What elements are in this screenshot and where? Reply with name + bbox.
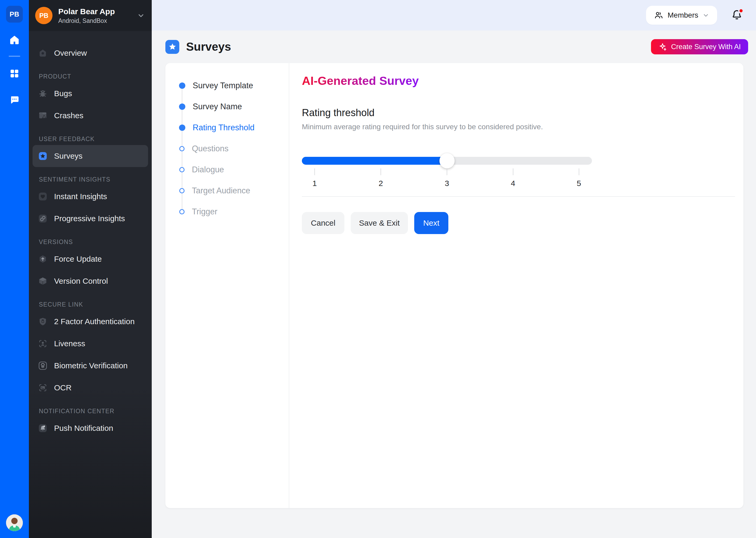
users-icon <box>654 11 663 20</box>
card-scan-icon <box>38 383 48 393</box>
step-survey-name[interactable]: Survey Name <box>165 96 289 117</box>
rating-threshold-description: Minimum average rating required for this… <box>302 123 735 131</box>
sidebar-item-label: Surveys <box>54 152 82 161</box>
topbar: Members <box>152 0 756 30</box>
sidebar-item-liveness[interactable]: Liveness <box>32 333 148 355</box>
save-exit-button[interactable]: Save & Exit <box>351 212 408 234</box>
sidebar-item-bugs[interactable]: Bugs <box>32 82 148 105</box>
main-area: Surveys Create Survey With AI Survey Tem… <box>152 30 756 538</box>
surveys-star-icon <box>38 151 48 161</box>
chevron-down-icon <box>702 12 709 19</box>
sidebar-item-surveys[interactable]: Surveys <box>32 145 148 167</box>
sidebar: PB Polar Bear App Android, SandBox Overv… <box>29 0 152 538</box>
sidebar-item-label: Liveness <box>54 339 85 348</box>
fingerprint-badge-icon <box>38 361 48 371</box>
step-target-audience[interactable]: Target Audience <box>165 180 289 201</box>
section-secure-link: SECURE LINK <box>29 298 152 310</box>
slider-tick: 4 <box>511 165 515 188</box>
sidebar-item-force-update[interactable]: Force Update <box>32 248 148 270</box>
link-badge-icon <box>38 214 48 224</box>
step-trigger[interactable]: Trigger <box>165 201 289 222</box>
sidebar-item-label: Version Control <box>54 277 108 286</box>
section-product: PRODUCT <box>29 71 152 82</box>
step-dot <box>179 103 185 110</box>
step-content: AI-Generated Survey Rating threshold Min… <box>289 63 743 508</box>
rating-threshold-heading: Rating threshold <box>302 107 735 119</box>
sidebar-item-label: OCR <box>54 383 72 392</box>
create-survey-ai-label: Create Survey With AI <box>671 43 741 51</box>
step-dialogue[interactable]: Dialogue <box>165 159 289 180</box>
step-label: Rating Threshold <box>193 123 255 133</box>
wizard-stepper: Survey Template Survey Name Rating Thres… <box>165 63 289 508</box>
survey-title: AI-Generated Survey <box>302 74 419 88</box>
rail-divider <box>9 56 20 57</box>
sidebar-item-progressive-insights[interactable]: Progressive Insights <box>32 207 148 230</box>
notification-dot <box>738 8 744 14</box>
cancel-button[interactable]: Cancel <box>302 212 344 234</box>
page-header: Surveys Create Survey With AI <box>152 30 756 63</box>
app-switcher[interactable]: PB Polar Bear App Android, SandBox <box>29 0 152 31</box>
step-dot <box>179 146 185 151</box>
app-rail: PB <box>0 0 29 538</box>
app-subtitle: Android, SandBox <box>58 17 137 25</box>
sidebar-item-version-control[interactable]: Version Control <box>32 270 148 292</box>
bell-badge-icon <box>38 423 48 433</box>
step-label: Survey Template <box>193 81 253 90</box>
shield-lock-icon <box>38 317 48 327</box>
face-scan-icon <box>38 339 48 349</box>
sidebar-item-push-notification[interactable]: Push Notification <box>32 417 148 439</box>
app-name: Polar Bear App <box>58 7 137 16</box>
page-title: Surveys <box>186 40 231 53</box>
step-dot <box>179 188 185 193</box>
overview-icon <box>38 48 48 58</box>
sidebar-item-overview[interactable]: Overview <box>32 42 148 64</box>
bug-icon <box>38 88 48 98</box>
step-questions[interactable]: Questions <box>165 138 289 159</box>
workspace-logo[interactable]: PB <box>6 6 23 23</box>
members-button[interactable]: Members <box>646 6 717 25</box>
step-dot <box>179 125 185 131</box>
cube-icon <box>38 276 48 286</box>
notifications-button[interactable] <box>731 9 743 22</box>
chat-icon[interactable] <box>9 94 20 105</box>
home-icon[interactable] <box>9 35 20 45</box>
sparkle-icon <box>658 42 667 51</box>
step-label: Questions <box>192 144 229 153</box>
sidebar-item-label: Crashes <box>54 111 83 120</box>
sidebar-item-label: Biometric Verification <box>54 361 127 370</box>
section-notification-center: NOTIFICATION CENTER <box>29 405 152 417</box>
sidebar-item-2fa[interactable]: 2 Factor Authentication <box>32 310 148 333</box>
section-versions: VERSIONS <box>29 236 152 248</box>
survey-wizard-card: Survey Template Survey Name Rating Thres… <box>165 63 743 508</box>
slider-ticks: 1 2 3 4 5 <box>302 165 592 192</box>
members-label: Members <box>668 11 698 20</box>
slider-fill <box>302 157 447 165</box>
slider-tick: 2 <box>379 165 383 188</box>
step-rating-threshold[interactable]: Rating Threshold <box>165 117 289 138</box>
app-logo: PB <box>35 7 53 24</box>
slider-tick: 5 <box>577 165 581 188</box>
step-label: Survey Name <box>193 102 242 111</box>
sidebar-item-ocr[interactable]: OCR <box>32 377 148 399</box>
create-survey-ai-button[interactable]: Create Survey With AI <box>651 39 748 54</box>
apps-grid-icon[interactable] <box>9 68 20 79</box>
user-avatar[interactable] <box>6 514 23 531</box>
surveys-page-icon <box>165 40 179 54</box>
step-survey-template[interactable]: Survey Template <box>165 75 289 96</box>
step-dot <box>179 167 185 172</box>
slider-tick: 1 <box>312 165 317 188</box>
sidebar-item-label: Overview <box>54 49 87 58</box>
sidebar-item-label: 2 Factor Authentication <box>54 317 135 326</box>
content-divider <box>302 196 735 197</box>
sidebar-item-instant-insights[interactable]: Instant Insights <box>32 186 148 207</box>
sidebar-item-crashes[interactable]: Crashes <box>32 105 148 127</box>
step-dot <box>179 82 185 89</box>
slider-track[interactable] <box>302 157 592 165</box>
step-label: Dialogue <box>192 165 224 175</box>
sidebar-item-biometric[interactable]: Biometric Verification <box>32 355 148 377</box>
next-button[interactable]: Next <box>414 212 449 234</box>
sidebar-item-label: Progressive Insights <box>54 214 125 223</box>
sidebar-item-label: Bugs <box>54 89 72 98</box>
crash-window-icon <box>38 111 48 121</box>
heart-badge-icon <box>38 191 48 201</box>
